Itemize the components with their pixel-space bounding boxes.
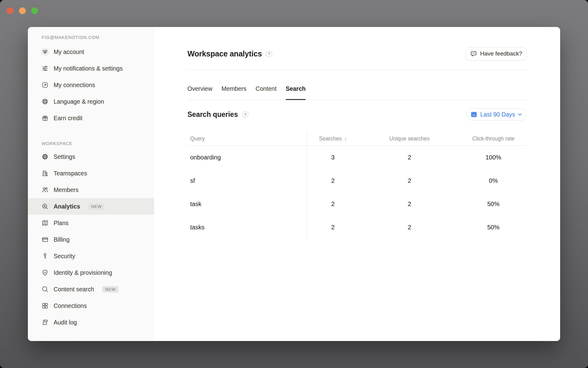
section-title: Search queries [187, 110, 238, 119]
sidebar-item-label: Members [54, 182, 78, 198]
analytics-tabs: Overview Members Content Search [187, 85, 527, 100]
table-cell: task [187, 201, 307, 208]
sidebar-item[interactable]: Billing [28, 231, 154, 248]
table-cell: 100% [460, 154, 527, 161]
tab[interactable]: Search [286, 85, 306, 100]
tab[interactable]: Overview [187, 85, 212, 100]
sidebar-item-label: My connections [54, 77, 95, 93]
have-feedback-label: Have feedback? [480, 50, 522, 57]
table-cell: tasks [187, 224, 307, 231]
globe-icon [41, 98, 49, 105]
sidebar-item-label: Language & region [54, 93, 104, 110]
table-column-header[interactable]: Unique searches [359, 136, 460, 142]
sidebar-item-label: Teamspaces [54, 165, 87, 182]
magnifier-sparkle-icon [41, 202, 49, 210]
help-icon[interactable]: ? [266, 51, 272, 57]
sidebar-item-label: Identity & provisioning [54, 264, 112, 281]
building-icon [41, 169, 49, 177]
sidebar-item[interactable]: Plans [28, 215, 154, 231]
help-icon[interactable]: ? [242, 111, 248, 118]
sidebar-item[interactable]: Teamspaces [28, 165, 154, 182]
close-button[interactable] [7, 7, 13, 14]
table-column-header[interactable]: Click-through rate [460, 136, 527, 142]
account-email-label: FIG@MAKENOTION.COM [28, 35, 154, 44]
date-range-label: Last 90 Days [480, 111, 515, 118]
credit-card-icon [41, 236, 49, 243]
sidebar-item-label: Audit log [54, 314, 77, 331]
table-cell: 2 [307, 201, 359, 208]
gift-icon [41, 114, 49, 122]
table-cell: sf [187, 177, 307, 184]
table-cell: 50% [460, 201, 527, 208]
sidebar-item[interactable]: Earn credit [28, 110, 154, 126]
sidebar-item-label: My notifications & settings [54, 60, 123, 77]
table-cell: 2 [359, 154, 460, 161]
new-badge: NEW [102, 286, 119, 293]
table-cell: 2 [359, 177, 460, 184]
people-icon [41, 186, 49, 194]
table-row: tasks2250% [187, 216, 527, 239]
table-column-header[interactable]: Query [187, 136, 307, 142]
sidebar-item-label: Connections [54, 297, 87, 314]
sidebar-item[interactable]: Analytics NEW [28, 198, 154, 215]
table-column-divider [307, 132, 307, 239]
map-icon [41, 219, 49, 227]
table-body: onboarding32100% sf220% task2250% tasks2… [187, 146, 527, 239]
settings-dialog: FIG@MAKENOTION.COM 🐨 My account My notif… [28, 27, 560, 341]
table-cell: 3 [307, 154, 359, 161]
chevron-down-icon [518, 113, 522, 116]
tab[interactable]: Members [221, 85, 246, 100]
sidebar-item-label: Content search [54, 281, 94, 297]
sidebar-item-label: Analytics [54, 198, 80, 215]
sidebar-item[interactable]: My connections [28, 77, 154, 93]
grid-icon [41, 302, 49, 310]
macos-window: FIG@MAKENOTION.COM 🐨 My account My notif… [0, 0, 588, 368]
table-cell: 2 [307, 177, 359, 184]
workspace-section-label: WORKSPACE [28, 141, 154, 148]
sliders-icon [41, 64, 49, 72]
avatar-icon: 🐨 [41, 48, 49, 56]
header-divider [187, 70, 527, 70]
tab[interactable]: Content [256, 85, 277, 100]
arrow-up-right-box-icon [41, 81, 49, 89]
magnifier-icon [41, 285, 49, 293]
have-feedback-button[interactable]: Have feedback? [466, 47, 527, 60]
sidebar-item[interactable]: Content search NEW [28, 281, 154, 297]
table-cell: onboarding [187, 154, 307, 161]
shield-check-icon [41, 269, 49, 277]
minimize-button[interactable] [19, 7, 26, 14]
sidebar-item[interactable]: 🐨 My account [28, 44, 154, 60]
table-cell: 2 [307, 224, 359, 231]
window-controls [7, 7, 38, 14]
zoom-button[interactable] [31, 7, 38, 14]
table-row: sf220% [187, 169, 527, 192]
search-queries-table: Query Searches ↓ Unique searches [187, 132, 527, 239]
table-cell: 2 [359, 224, 460, 231]
table-cell: 2 [359, 201, 460, 208]
sidebar-item[interactable]: My notifications & settings [28, 60, 154, 77]
date-range-dropdown[interactable]: Last 90 Days [466, 108, 527, 121]
sidebar-item-label: Billing [54, 231, 70, 248]
sidebar-item[interactable]: Identity & provisioning [28, 264, 154, 281]
sidebar-item[interactable]: Settings [28, 148, 154, 165]
sidebar-item-label: Plans [54, 215, 69, 231]
sidebar-item[interactable]: Connections [28, 297, 154, 314]
table-row: task2250% [187, 192, 527, 216]
table-row: onboarding32100% [187, 146, 527, 169]
new-badge: NEW [89, 203, 105, 210]
table-column-header[interactable]: Searches ↓ [307, 136, 359, 142]
sidebar-item-label: My account [54, 44, 84, 60]
key-icon [41, 252, 49, 260]
gear-icon [41, 153, 49, 161]
sort-desc-icon: ↓ [344, 136, 347, 142]
settings-sidebar: FIG@MAKENOTION.COM 🐨 My account My notif… [28, 27, 154, 341]
table-cell: 0% [460, 177, 527, 184]
sidebar-item[interactable]: Language & region [28, 93, 154, 110]
sidebar-item-label: Security [54, 248, 75, 264]
sidebar-item[interactable]: Audit log [28, 314, 154, 331]
sidebar-item[interactable]: Members [28, 182, 154, 198]
page-title: Workspace analytics [187, 49, 262, 58]
sidebar-item[interactable]: Security [28, 248, 154, 264]
window-titlebar [0, 0, 588, 18]
speech-bubble-icon [470, 50, 477, 57]
